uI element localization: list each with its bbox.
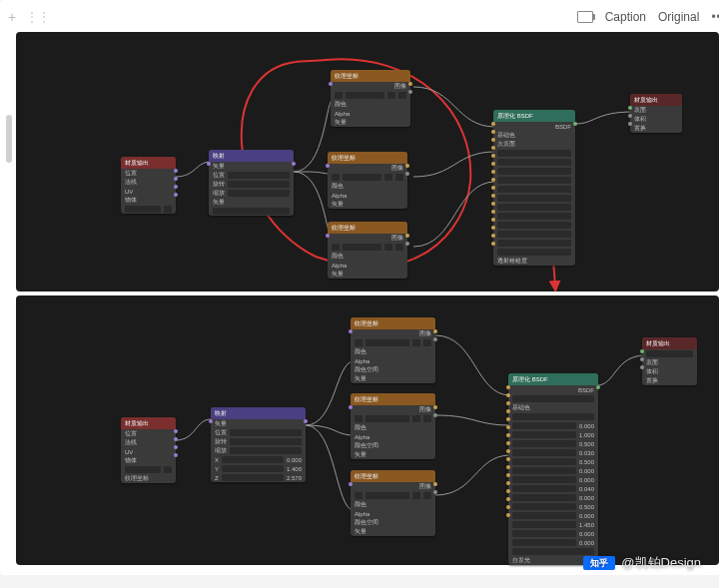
slider[interactable] <box>512 467 576 474</box>
slider[interactable] <box>222 474 284 481</box>
v: 0.000 <box>579 477 594 483</box>
field[interactable] <box>228 190 290 197</box>
x-icon[interactable] <box>423 339 431 346</box>
node-principled-bsdf[interactable]: 原理化 BSDF BSDF 基础色 0.000 1.000 0.500 0.03… <box>508 373 598 565</box>
field[interactable] <box>230 429 302 436</box>
slider[interactable] <box>497 159 571 166</box>
slider[interactable] <box>512 530 576 537</box>
x-icon[interactable] <box>395 174 403 181</box>
l: 自发光 <box>512 556 530 565</box>
image-field[interactable] <box>365 339 409 346</box>
folder-icon[interactable] <box>384 244 392 251</box>
field[interactable] <box>230 438 302 445</box>
slider[interactable] <box>512 458 576 465</box>
browse-button[interactable] <box>332 244 340 251</box>
picker-button[interactable] <box>164 466 172 473</box>
l: 表面 <box>634 106 646 115</box>
node-material-output[interactable]: 材质输出 表面 体积 置换 <box>642 337 697 385</box>
socket-label: Alpha <box>335 111 350 117</box>
node-image-texture-1[interactable]: 纹理坐标 图像 颜色 Alpha 颜色空间 矢量 <box>351 317 435 383</box>
original-button[interactable]: Original <box>658 10 699 24</box>
slider[interactable] <box>512 431 576 438</box>
field[interactable] <box>228 172 290 179</box>
folder-icon[interactable] <box>387 92 395 99</box>
node-mapping[interactable]: 映射 矢量 位置 旋转 缩放 X0.000 Y1.400 Z2.570 <box>211 407 306 482</box>
node-tex-coord[interactable]: 材质输出 位置 法线 UV 物体 纹理坐标 <box>121 417 176 483</box>
presentation-icon[interactable] <box>577 11 593 23</box>
node-image-texture-3[interactable]: 纹理坐标 图像 颜色 Alpha 矢量 <box>328 222 407 279</box>
emission-swatch[interactable] <box>512 548 594 555</box>
more-icon[interactable]: ••• <box>711 10 719 24</box>
image-field[interactable] <box>365 492 409 499</box>
dropdown[interactable] <box>646 350 693 357</box>
node-image-texture-1[interactable]: 纹理坐标 图像 颜色 Alpha 矢量 <box>331 70 410 127</box>
add-icon[interactable]: + <box>8 9 16 25</box>
field[interactable] <box>125 466 161 473</box>
node-header: 纹理坐标 <box>351 470 435 482</box>
field[interactable] <box>228 181 290 188</box>
slider[interactable] <box>497 204 571 211</box>
folder-icon[interactable] <box>384 174 392 181</box>
field[interactable] <box>125 206 161 213</box>
image-field[interactable] <box>365 415 409 422</box>
folder-icon[interactable] <box>412 339 420 346</box>
slider[interactable] <box>222 465 284 472</box>
node-material-output[interactable]: 材质输出 表面 体积 置换 <box>630 94 682 133</box>
slider[interactable] <box>512 512 576 519</box>
color-swatch[interactable] <box>512 413 594 420</box>
browse-button[interactable] <box>355 415 362 422</box>
slider[interactable] <box>497 186 571 193</box>
watermark: 知乎 @凯铂Design <box>583 554 701 572</box>
picker-button[interactable] <box>164 206 172 213</box>
slider[interactable] <box>512 440 576 447</box>
slider[interactable] <box>512 485 576 492</box>
node-image-texture-2[interactable]: 纹理坐标 图像 颜色 Alpha 颜色空间 矢量 <box>351 393 435 459</box>
node-principled-bsdf[interactable]: 原理化 BSDF BSDF 基础色 次表面 透射粗糙度 <box>493 110 575 266</box>
dropdown[interactable] <box>512 395 594 402</box>
l: Y <box>215 466 219 472</box>
node-image-texture-2[interactable]: 纹理坐标 图像 颜色 Alpha 矢量 <box>328 152 407 209</box>
slider[interactable] <box>512 503 576 510</box>
color-swatch[interactable] <box>497 150 571 157</box>
node-image-texture-3[interactable]: 纹理坐标 图像 颜色 Alpha 颜色空间 矢量 <box>351 470 435 536</box>
slider[interactable] <box>512 539 576 546</box>
slider[interactable] <box>512 449 576 456</box>
folder-icon[interactable] <box>412 492 420 499</box>
browse-button[interactable] <box>332 174 340 181</box>
slider[interactable] <box>497 213 571 220</box>
slider[interactable] <box>497 195 571 202</box>
image-field[interactable] <box>343 244 381 251</box>
x-icon[interactable] <box>423 492 431 499</box>
node-tex-coord[interactable]: 材质输出 位置 法线 UV 物体 <box>121 157 176 214</box>
drag-dots-icon[interactable]: ⋮⋮ <box>26 10 50 24</box>
x-icon[interactable] <box>395 244 403 251</box>
node-mapping[interactable]: 映射 矢量 位置 旋转 缩放 矢量 <box>209 150 294 216</box>
l: Alpha <box>355 511 369 517</box>
x-icon[interactable] <box>398 92 406 99</box>
folder-icon[interactable] <box>412 415 420 422</box>
slider[interactable] <box>497 177 571 184</box>
slider[interactable] <box>512 476 576 483</box>
l: 位置 <box>215 428 227 437</box>
v: 0.000 <box>579 513 594 519</box>
field[interactable] <box>213 208 290 215</box>
emission-swatch[interactable] <box>497 249 571 256</box>
slider[interactable] <box>222 456 284 463</box>
image-field[interactable] <box>343 174 381 181</box>
slider[interactable] <box>497 240 571 247</box>
left-handle[interactable] <box>6 115 12 163</box>
image-field[interactable] <box>346 92 384 99</box>
slider[interactable] <box>512 521 576 528</box>
slider[interactable] <box>512 494 576 501</box>
browse-button[interactable] <box>355 339 362 346</box>
caption-button[interactable]: Caption <box>605 10 646 24</box>
slider[interactable] <box>497 168 571 175</box>
browse-button[interactable] <box>335 92 343 99</box>
x-icon[interactable] <box>423 415 431 422</box>
field[interactable] <box>230 447 302 454</box>
slider[interactable] <box>497 231 571 238</box>
browse-button[interactable] <box>355 492 362 499</box>
slider[interactable] <box>497 222 571 229</box>
socket-label: 颜色 <box>335 100 347 109</box>
slider[interactable] <box>512 422 576 429</box>
